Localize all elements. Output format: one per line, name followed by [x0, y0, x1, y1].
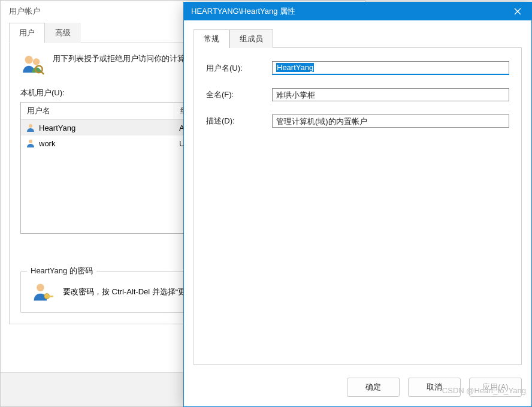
properties-dialog: HEARTYANG\HeartYang 属性 常规 组成员 用户名(U): He…: [183, 2, 532, 407]
fullname-input[interactable]: 难哄小掌柜: [272, 88, 509, 101]
list-item-name: work: [39, 139, 55, 148]
tab-general[interactable]: 常规: [194, 29, 229, 48]
tab-pane-general: 用户名(U): HeartYang 全名(F): 难哄小掌柜 描述(D): 管理…: [194, 47, 522, 365]
front-footer: 确定 取消 应用(A): [184, 370, 531, 406]
svg-point-6: [37, 284, 44, 292]
ok-button[interactable]: 确定: [347, 378, 400, 397]
svg-point-1: [33, 58, 40, 65]
tab-members[interactable]: 组成员: [229, 29, 273, 48]
description-label: 描述(D):: [206, 116, 272, 126]
svg-line-3: [41, 72, 44, 74]
focus-underline: [272, 74, 509, 75]
description-input[interactable]: 管理计算机(域)的内置帐户: [272, 114, 509, 128]
list-item-name: HeartYang: [39, 123, 75, 132]
svg-point-0: [25, 56, 33, 64]
tab-users[interactable]: 用户: [9, 23, 45, 43]
field-fullname: 全名(F): 难哄小掌柜: [206, 88, 509, 101]
password-group-title: HeartYang 的密码: [27, 266, 96, 276]
field-description: 描述(D): 管理计算机(域)的内置帐户: [206, 114, 509, 128]
username-label: 用户名(U):: [206, 63, 272, 74]
close-button[interactable]: [504, 2, 531, 20]
front-tabbar: 常规 组成员: [194, 29, 522, 47]
front-body: 常规 组成员 用户名(U): HeartYang 全名(F): 难哄小掌柜 描述…: [184, 20, 531, 370]
svg-rect-8: [49, 296, 53, 297]
close-icon: [514, 8, 521, 15]
titlebar[interactable]: HEARTYANG\HeartYang 属性: [184, 2, 531, 20]
col-username[interactable]: 用户名: [21, 102, 174, 119]
apply-button[interactable]: 应用(A): [469, 378, 522, 397]
titlebar-text: HEARTYANG\HeartYang 属性: [191, 6, 295, 17]
field-username: 用户名(U): HeartYang: [206, 61, 509, 75]
svg-point-5: [29, 140, 32, 143]
tab-advanced[interactable]: 高级: [45, 23, 81, 43]
user-icon: [26, 123, 35, 132]
user-icon: [26, 138, 35, 148]
key-user-icon: [32, 281, 53, 303]
cancel-button[interactable]: 取消: [408, 378, 461, 397]
username-input[interactable]: HeartYang: [272, 61, 509, 74]
fullname-label: 全名(F):: [206, 89, 272, 100]
users-group-icon: [20, 53, 44, 77]
svg-point-4: [29, 124, 32, 128]
